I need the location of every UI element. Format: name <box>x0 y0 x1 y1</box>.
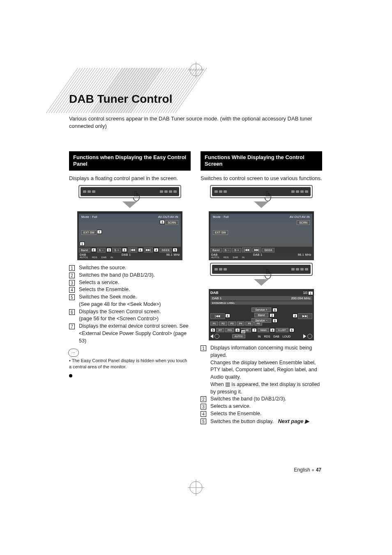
seek-button[interactable]: SEEK <box>262 248 274 252</box>
next-button[interactable]: ▶▶| <box>144 247 153 252</box>
rt-button[interactable]: RT <box>216 328 224 332</box>
preset-2[interactable]: P2 <box>219 321 227 326</box>
bullet-decoration <box>69 374 72 377</box>
band-button[interactable]: Band <box>79 248 90 252</box>
callout-3b: 3 <box>122 248 127 252</box>
registration-mark-bottom <box>188 479 204 497</box>
band-label: DAB 1 <box>122 253 131 256</box>
callout-1: 1 <box>308 291 313 295</box>
callout-3: 3 <box>106 248 111 252</box>
page-footer: English ● 47 <box>0 467 392 473</box>
device-illustration <box>210 185 313 198</box>
left-column: Functions when Displaying the Easy Contr… <box>69 151 191 429</box>
callout-2: 2 <box>270 313 274 317</box>
preset-3[interactable]: P3 <box>228 321 236 326</box>
list-item: 4Selects the Ensemble. <box>201 410 322 418</box>
s-minus-button[interactable]: S − <box>223 248 232 252</box>
section-heading-left: Functions when Displaying the Easy Contr… <box>69 151 191 171</box>
prev-button[interactable]: |◀◀ <box>242 247 251 252</box>
list-item-sub: Changes the display between Ensemble lab… <box>201 359 322 381</box>
list-item: 1Switches the source. <box>69 264 191 272</box>
list-item: 4Selects the Ensemble. <box>69 286 191 294</box>
next-button[interactable]: ▶▶|4 <box>298 313 312 319</box>
scrn-button[interactable]: SCRN <box>297 220 310 225</box>
callout-6: 6 <box>160 220 165 224</box>
right-column: Functions While Displaying the Control S… <box>201 151 322 429</box>
extsw-button[interactable]: EXT SW 7 <box>81 230 97 235</box>
device-illustration <box>78 185 181 198</box>
list-item: 3Selects a service. <box>69 279 191 287</box>
callout-10: 10 <box>241 330 246 334</box>
klist-button[interactable]: K.LIST <box>276 328 288 332</box>
ensemble-display[interactable]: ENSEMBLE LABEL <box>210 301 312 305</box>
page-left-icon[interactable] <box>210 334 213 338</box>
src-title: DAB <box>210 291 219 295</box>
callout-5: 5 <box>210 328 215 332</box>
callout-1: 1 <box>80 242 85 246</box>
auto1-button[interactable]: AUTO110 <box>232 334 245 338</box>
freq-label: 98.1 MHz <box>166 253 180 256</box>
callout-3: 3 <box>272 308 277 312</box>
list-item: 2Switches the band (to DAB1/2/3). <box>201 395 322 403</box>
band-display[interactable]: DAB 1 200.094 MHz 1 <box>210 296 312 301</box>
extsw-button[interactable]: EXT SW <box>213 230 228 235</box>
prev-button[interactable]: |◀◀ <box>128 247 137 252</box>
hand-icon <box>263 269 272 282</box>
section-heading-right: Functions While Displaying the Control S… <box>201 151 322 171</box>
device-illustration <box>210 263 313 276</box>
callout-9: 9 <box>289 328 294 332</box>
pig-button[interactable]: PIG <box>225 328 234 332</box>
easy-control-screen: Mode : Full AV-OUT:AV-IN 6 SCRN EXT SW 7… <box>77 211 182 260</box>
list-item-sub: When ▥ is appeared, the text display is … <box>201 381 322 396</box>
callout-7: 7 <box>252 328 257 332</box>
callout-4b: 4 <box>154 248 159 252</box>
callout-4: 4 <box>138 248 143 252</box>
preset-4[interactable]: P4 <box>237 321 244 326</box>
preset-5[interactable]: P5 <box>245 321 253 326</box>
note-text: • The Easy Control Panel display is hidd… <box>69 358 191 370</box>
right-desc: Switches to control screen to use variou… <box>201 175 322 182</box>
preset-6[interactable]: P6 <box>254 321 262 326</box>
scrn-button[interactable]: 6 SCRN <box>165 220 178 225</box>
seek-button[interactable]: SEEK <box>159 248 172 252</box>
intro-text: Various control screens appear in the DA… <box>69 115 332 130</box>
right-item-list: 1Displays information concerning music b… <box>201 345 322 425</box>
list-item-sub: (page 56 for the <Screen Control>) <box>69 315 191 323</box>
callout-6: 6 <box>235 328 240 332</box>
circle-icon <box>214 334 219 339</box>
service-plus-button[interactable]: Service +3 <box>251 308 271 312</box>
list-item-sub: (See page 48 for the <Seek Mode>) <box>69 301 191 308</box>
list-item: 1Displays information concerning music b… <box>201 345 322 359</box>
band-button[interactable]: Band2 <box>254 313 268 317</box>
list-item: 5Switches the button display. Next page … <box>201 418 322 426</box>
control-screen-main: DAB 10:10 DAB 1 200.094 MHz 1 ENSEMBLE L… <box>209 289 314 340</box>
next-button[interactable]: ▶▶| <box>252 247 262 252</box>
callout-7: 7 <box>97 230 102 234</box>
page-right-icon[interactable] <box>303 334 306 338</box>
src-label: DAB <box>80 253 86 256</box>
band-button[interactable]: Band <box>210 248 222 252</box>
s-plus-button[interactable]: S + <box>112 248 121 252</box>
page-title: DAB Tuner Control <box>69 92 172 106</box>
s-plus-button[interactable]: S + <box>232 248 241 252</box>
hand-icon <box>263 191 272 204</box>
callout-8: 8 <box>270 328 275 332</box>
callout-4: 4 <box>225 314 230 318</box>
list-item: 5Switches the Seek mode. <box>69 294 191 301</box>
list-item: 6Displays the Screen Control screen. <box>69 308 191 316</box>
seek-button[interactable]: SEEK <box>258 328 269 332</box>
list-item: 3Selects a service. <box>201 403 322 410</box>
prev-button[interactable]: |◀◀4 <box>210 313 225 319</box>
control-screen-top: Mode : Full AV-OUT:AV-IN SCRN EXT SW Ban… <box>209 211 314 260</box>
s-minus-button[interactable]: S − <box>97 248 106 252</box>
hand-icon <box>131 191 140 204</box>
callout-2: 2 <box>91 248 96 252</box>
circle-icon <box>307 334 312 339</box>
left-item-list: 1Switches the source. 2Switches the band… <box>69 264 191 345</box>
next-page-link[interactable]: Next page ▶ <box>278 418 309 424</box>
list-item: 7Displays the external device control sc… <box>69 323 191 345</box>
avout-label: AV-OUT:AV-IN <box>158 215 178 218</box>
mode-label: Mode : Full <box>81 215 97 218</box>
note-icon: ⋯ <box>68 349 79 357</box>
preset-1[interactable]: P1 <box>210 321 218 326</box>
